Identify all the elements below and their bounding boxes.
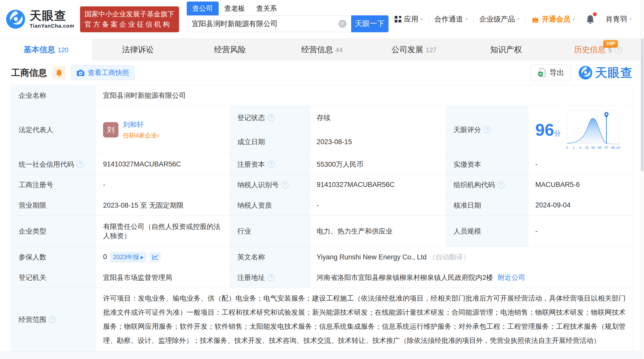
reg-number-label: 工商注册号 (12, 175, 96, 195)
view-snapshot-button[interactable]: 查看工商快照 (71, 65, 135, 80)
insured-value: 0 (103, 253, 107, 261)
industry-label: 行业 (230, 216, 309, 247)
top-menu: 应用 ▾ 合作通道 ▾ 企业级产品 ▾ 开通会员 ▾ (388, 14, 637, 24)
menu-enterprise[interactable]: 企业级产品 ▾ (474, 14, 525, 24)
taxpayer-quality-value: - (309, 195, 446, 216)
business-scope-label-cell: 经营范围? (12, 288, 96, 352)
tab-label: 公司发展 (392, 44, 423, 55)
staff-size-value: - (528, 216, 633, 247)
reg-status-value: 存续 (309, 106, 446, 130)
taxpayer-quality-label: 纳税人资质 (230, 195, 309, 216)
axis-tick: 0 (566, 146, 568, 150)
tab-count: 120 (58, 46, 69, 54)
org-code-label: 组织机构代码 (453, 180, 495, 189)
chevron-down-icon: ▾ (573, 16, 575, 22)
tab-history-info[interactable]: VIP 历史信息 5 ? (552, 39, 644, 60)
legal-rep-name-link[interactable]: 刘和轩 (123, 120, 159, 129)
business-info-table: 企业名称 宜阳县润时新能源有限公司 法定代表人 刘 刘和轩 任职4家企业› 登记… (11, 85, 633, 352)
tab-business-risk[interactable]: 经营风险 (184, 39, 276, 60)
help-icon[interactable]: ? (268, 274, 275, 281)
search-tabs: 查公司 查老板 查关系 (187, 3, 388, 15)
reg-address-label: 注册地址 (237, 273, 265, 282)
axis-tick: 15 (585, 146, 589, 150)
taxpayer-id-label-cell: 纳税人识别号? (230, 175, 309, 195)
notification-badge-dot (593, 12, 597, 16)
excel-export-icon (538, 68, 546, 77)
help-icon[interactable]: ? (76, 161, 84, 168)
trend-chart-button[interactable] (150, 252, 161, 262)
search-tab-boss[interactable]: 查老板 (219, 2, 251, 15)
nearby-companies-link[interactable]: 附近公司 (498, 273, 525, 282)
table-row: 参保人数 0 2023年报▸ 英文名称 Yiyang Runshi New En… (12, 247, 633, 267)
menu-vip-upgrade[interactable]: 开通会员 ▾ (526, 14, 581, 24)
chevron-down-icon: ▾ (517, 16, 520, 22)
score-label: 天眼评分 (453, 125, 481, 134)
table-row: 统一社会信用代码? 91410327MACUBAR56C 注册资本? 55300… (12, 154, 633, 175)
line-chart-icon (152, 254, 159, 260)
badge-line2: 官方备案企业征信机构 (85, 19, 174, 30)
monitor-bell-button[interactable] (53, 66, 65, 79)
est-date-value: 2023-08-15 (309, 130, 446, 154)
table-row: 登记机关 宜阳县市场监督管理局 注册地址? 河南省洛阳市宜阳县柳泉镇柳泉村柳泉镇… (12, 267, 633, 288)
export-button[interactable]: 导出 (531, 64, 571, 81)
company-type-label: 企业类型 (12, 216, 96, 247)
annual-report-chip[interactable]: 2023年报▸ (110, 252, 147, 262)
logo-subtitle: TianYanCha.com (30, 23, 74, 29)
legal-rep-avatar[interactable]: 刘 (103, 122, 118, 138)
score-unit: 分 (554, 130, 561, 137)
search-button[interactable]: 天眼一下 (351, 15, 388, 32)
scrollbar-thumb[interactable] (641, 38, 644, 172)
credit-code-label: 统一社会信用代码 (19, 160, 74, 169)
tab-company-development[interactable]: 公司发展 127 (368, 39, 460, 60)
industry-value: 电力、热力生产和供应业 (309, 216, 446, 247)
export-label: 导出 (549, 68, 564, 78)
page-header: 天眼查 TianYanCha.com 国家中小企业发展子基金旗下 官方备案企业征… (0, 0, 644, 38)
menu-cooperation[interactable]: 合作通道 ▾ (429, 14, 473, 24)
tianyancha-logo-icon (6, 9, 26, 29)
paid-capital-value: - (528, 154, 633, 175)
tianyancha-logo[interactable]: 天眼查 TianYanCha.com (6, 9, 74, 29)
help-icon[interactable]: ? (268, 114, 275, 121)
reg-status-label: 登记状态 (237, 113, 265, 122)
help-icon[interactable]: ? (484, 126, 491, 133)
user-menu[interactable]: 肖青羽 ▾ (600, 14, 637, 24)
search-tab-relation[interactable]: 查关系 (251, 2, 283, 15)
tab-label: 基本信息 (24, 44, 55, 55)
menu-cooperation-label: 合作通道 (435, 14, 463, 24)
business-scope-label: 经营范围 (19, 315, 46, 324)
arrow-right-icon: ▸ (140, 254, 143, 261)
menu-apps[interactable]: 应用 ▾ (388, 14, 429, 24)
tab-intellectual-property[interactable]: 知识产权 (460, 39, 552, 60)
bell-icon (56, 69, 62, 77)
tab-legal-litigation[interactable]: 法律诉讼 (92, 39, 184, 60)
paid-capital-label: 实缴资本 (446, 154, 528, 175)
help-icon[interactable]: ? (281, 181, 288, 188)
help-icon[interactable]: ? (497, 181, 505, 188)
business-scope-value: 许可项目：发电业务、输电业务、供（配）电业务；电气安装服务；建设工程施工（依法须… (96, 288, 633, 352)
tab-basic-info[interactable]: 基本信息 120 (0, 39, 92, 60)
search-box: × 天眼一下 (187, 15, 388, 32)
help-icon[interactable]: ? (49, 316, 56, 323)
tab-label: 知识产权 (490, 44, 522, 55)
search-area: 查公司 查老板 查关系 × 天眼一下 (187, 3, 388, 32)
watermark-logo: 天眼查 (578, 65, 633, 81)
chevron-down-icon: ▾ (465, 16, 468, 22)
insured-cell: 0 2023年报▸ (96, 247, 230, 267)
legal-rep-companies-link[interactable]: 任职4家企业› (123, 131, 159, 140)
clear-search-icon[interactable]: × (338, 20, 347, 28)
score-number: 96分 (535, 121, 561, 138)
reg-address-cell: 河南省洛阳市宜阳县柳泉镇柳泉村柳泉镇人民政府院内2楼 附近公司 (309, 267, 633, 288)
credit-code-label-cell: 统一社会信用代码? (12, 154, 96, 175)
tab-business-info[interactable]: 经营信息 44 (276, 39, 368, 60)
search-input[interactable] (192, 20, 338, 28)
notifications-button[interactable] (581, 14, 600, 24)
score-value: 96 (535, 120, 554, 139)
credit-code-value: 91410327MACUBAR56C (96, 154, 230, 175)
search-input-wrap: × (187, 15, 351, 32)
search-tab-company[interactable]: 查公司 (187, 2, 219, 15)
scrollbar[interactable] (640, 0, 644, 359)
crown-icon (531, 16, 539, 23)
approval-date-value: 2024-09-04 (528, 195, 633, 216)
tab-label: 法律诉讼 (122, 44, 154, 55)
help-icon[interactable]: ? (268, 161, 275, 168)
